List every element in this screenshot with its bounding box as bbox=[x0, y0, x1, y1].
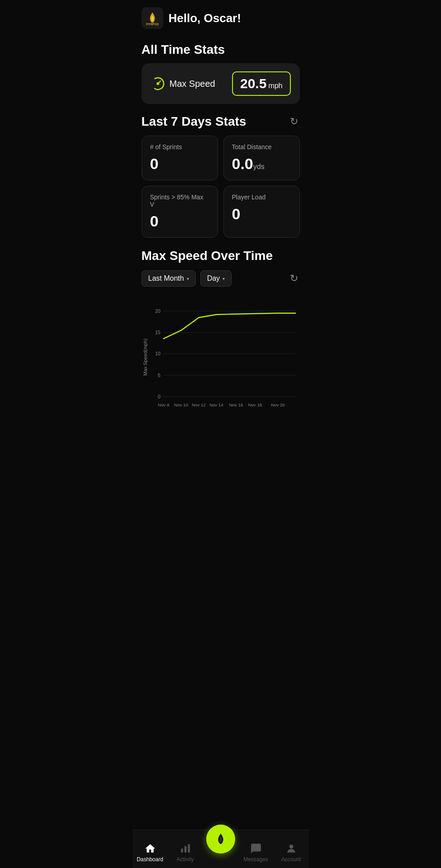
svg-text:15: 15 bbox=[155, 330, 160, 335]
max-speed-label: Max Speed bbox=[170, 79, 215, 89]
sprints-card: # of Sprints 0 bbox=[142, 136, 218, 180]
period-label: Last Month bbox=[148, 274, 184, 283]
svg-text:10: 10 bbox=[155, 351, 160, 356]
period-chevron-icon: ▾ bbox=[187, 276, 189, 281]
header: FIYRPOD Hello, Oscar! bbox=[133, 0, 309, 33]
svg-text:FIYRPOD: FIYRPOD bbox=[146, 23, 159, 26]
distance-label: Total Distance bbox=[232, 143, 291, 151]
svg-text:0: 0 bbox=[157, 394, 160, 399]
svg-text:Nov 18: Nov 18 bbox=[248, 402, 262, 407]
chart-svg: 0 5 10 15 20 Max Speed(mph) Nov 8 Nov 10… bbox=[142, 294, 300, 420]
svg-text:Nov 10: Nov 10 bbox=[174, 402, 188, 407]
player-load-value: 0 bbox=[232, 205, 291, 223]
chart-title: Max Speed Over Time bbox=[142, 249, 300, 263]
svg-text:Nov 12: Nov 12 bbox=[191, 402, 205, 407]
max-speed-label-row: Max Speed bbox=[151, 76, 215, 91]
last7-title: Last 7 Days Stats bbox=[142, 114, 247, 129]
max-speed-badge: 20.5 mph bbox=[232, 71, 291, 96]
last7-refresh-button[interactable]: ↻ bbox=[288, 114, 300, 129]
max-speed-value: 20.5 bbox=[240, 76, 266, 91]
last7-header: Last 7 Days Stats ↻ bbox=[142, 114, 300, 129]
svg-text:Nov 8: Nov 8 bbox=[157, 402, 169, 407]
svg-text:Nov 14: Nov 14 bbox=[209, 402, 223, 407]
distance-value: 0.0yds bbox=[232, 155, 291, 173]
distance-unit: yds bbox=[253, 163, 265, 170]
svg-text:5: 5 bbox=[157, 373, 160, 378]
max-speed-unit: mph bbox=[268, 82, 282, 90]
greeting-text: Hello, Oscar! bbox=[169, 11, 241, 25]
high-v-sprints-label: Sprints > 85% Max V bbox=[150, 193, 209, 208]
player-load-card: Player Load 0 bbox=[223, 186, 300, 238]
high-v-sprints-value: 0 bbox=[150, 212, 209, 230]
period-dropdown[interactable]: Last Month ▾ bbox=[142, 270, 196, 287]
distance-card: Total Distance 0.0yds bbox=[223, 136, 300, 180]
player-load-label: Player Load bbox=[232, 193, 291, 201]
svg-line-4 bbox=[158, 81, 161, 84]
chart-controls: Last Month ▾ Day ▾ ↻ bbox=[142, 270, 300, 287]
svg-text:Nov 20: Nov 20 bbox=[270, 402, 285, 407]
granularity-chevron-icon: ▾ bbox=[223, 276, 225, 281]
svg-text:Nov 16: Nov 16 bbox=[229, 402, 243, 407]
svg-text:Max Speed(mph): Max Speed(mph) bbox=[142, 339, 147, 376]
sprints-label: # of Sprints bbox=[150, 143, 209, 151]
sprints-value: 0 bbox=[150, 155, 209, 173]
all-time-title: All Time Stats bbox=[142, 42, 300, 57]
granularity-dropdown[interactable]: Day ▾ bbox=[200, 270, 232, 287]
speed-icon bbox=[151, 76, 165, 91]
chart-container: 0 5 10 15 20 Max Speed(mph) Nov 8 Nov 10… bbox=[142, 294, 300, 422]
high-v-sprints-card: Sprints > 85% Max V 0 bbox=[142, 186, 218, 238]
all-time-card: Max Speed 20.5 mph bbox=[142, 63, 300, 104]
logo: FIYRPOD bbox=[142, 7, 163, 29]
stats-grid: # of Sprints 0 Total Distance 0.0yds Spr… bbox=[142, 136, 300, 238]
svg-text:20: 20 bbox=[155, 308, 160, 314]
chart-refresh-button[interactable]: ↻ bbox=[288, 271, 300, 286]
granularity-label: Day bbox=[207, 274, 220, 283]
main-content: All Time Stats Max Speed 20.5 mph Last 7… bbox=[133, 42, 309, 467]
